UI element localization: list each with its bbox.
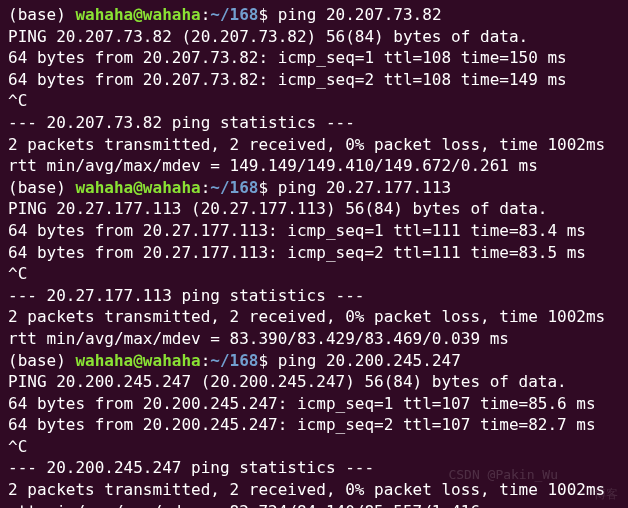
stats-header: --- 20.200.245.247 ping statistics ---	[8, 457, 620, 479]
stats-summary: 2 packets transmitted, 2 received, 0% pa…	[8, 306, 620, 328]
command-input[interactable]: ping 20.200.245.247	[278, 351, 461, 370]
ctrl-c: ^C	[8, 263, 620, 285]
ping-reply: 64 bytes from 20.207.73.82: icmp_seq=1 t…	[8, 47, 620, 69]
stats-header: --- 20.27.177.113 ping statistics ---	[8, 285, 620, 307]
ctrl-c: ^C	[8, 90, 620, 112]
ping-reply: 64 bytes from 20.207.73.82: icmp_seq=2 t…	[8, 69, 620, 91]
ping-reply: 64 bytes from 20.200.245.247: icmp_seq=1…	[8, 393, 620, 415]
stats-summary: 2 packets transmitted, 2 received, 0% pa…	[8, 134, 620, 156]
command-line[interactable]: (base) wahaha@wahaha:~/168$ ping 20.27.1…	[8, 177, 620, 199]
rtt-line: rtt min/avg/max/mdev = 82.724/84.140/85.…	[8, 501, 620, 508]
prompt: (base) wahaha@wahaha:~/168$	[8, 178, 278, 197]
terminal-output[interactable]: (base) wahaha@wahaha:~/168$ ping 20.207.…	[8, 4, 620, 508]
ping-header: PING 20.207.73.82 (20.207.73.82) 56(84) …	[8, 26, 620, 48]
rtt-line: rtt min/avg/max/mdev = 83.390/83.429/83.…	[8, 328, 620, 350]
ctrl-c: ^C	[8, 436, 620, 458]
ping-header: PING 20.27.177.113 (20.27.177.113) 56(84…	[8, 198, 620, 220]
ping-reply: 64 bytes from 20.200.245.247: icmp_seq=2…	[8, 414, 620, 436]
prompt: (base) wahaha@wahaha:~/168$	[8, 5, 278, 24]
command-input[interactable]: ping 20.207.73.82	[278, 5, 442, 24]
stats-summary: 2 packets transmitted, 2 received, 0% pa…	[8, 479, 620, 501]
command-input[interactable]: ping 20.27.177.113	[278, 178, 451, 197]
command-line[interactable]: (base) wahaha@wahaha:~/168$ ping 20.200.…	[8, 350, 620, 372]
rtt-line: rtt min/avg/max/mdev = 149.149/149.410/1…	[8, 155, 620, 177]
ping-reply: 64 bytes from 20.27.177.113: icmp_seq=1 …	[8, 220, 620, 242]
prompt: (base) wahaha@wahaha:~/168$	[8, 351, 278, 370]
ping-reply: 64 bytes from 20.27.177.113: icmp_seq=2 …	[8, 242, 620, 264]
ping-header: PING 20.200.245.247 (20.200.245.247) 56(…	[8, 371, 620, 393]
stats-header: --- 20.207.73.82 ping statistics ---	[8, 112, 620, 134]
command-line[interactable]: (base) wahaha@wahaha:~/168$ ping 20.207.…	[8, 4, 620, 26]
